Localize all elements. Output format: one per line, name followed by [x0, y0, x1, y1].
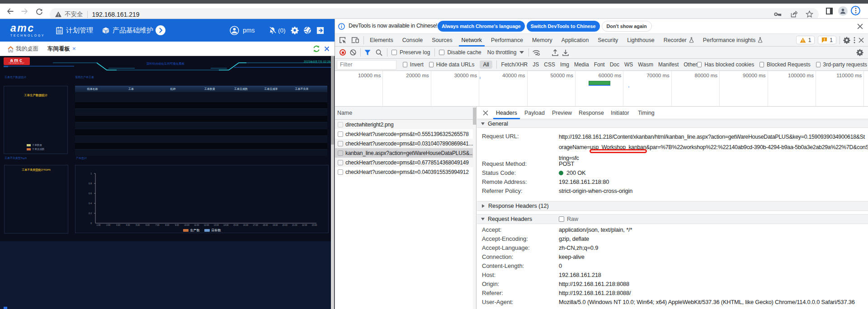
app-scrollbar[interactable] [331, 56, 334, 309]
home-icon[interactable] [7, 46, 14, 52]
tab-security[interactable]: Security [593, 34, 623, 47]
request-row[interactable]: directwhiteright2.png [335, 120, 473, 129]
filter-funnel-icon[interactable] [364, 50, 371, 56]
issues-badge[interactable]: 1 [818, 36, 836, 44]
request-checkbox[interactable] [338, 169, 343, 175]
tab-application[interactable]: Application [557, 34, 594, 47]
details-tab-response[interactable]: Response [574, 107, 609, 119]
filter-type-other[interactable]: Other [684, 61, 697, 68]
reload-icon[interactable] [36, 8, 43, 15]
menu-plan-management[interactable]: 计划管理 [56, 19, 93, 42]
request-list-scrollbar[interactable] [473, 107, 476, 309]
request-row[interactable]: checkHeart?usercode=pms&t=0.555139632526… [335, 129, 473, 139]
url-text[interactable]: 192.168.161.219 [92, 11, 140, 18]
search-icon[interactable] [376, 49, 382, 56]
third-party-checkbox[interactable] [816, 62, 821, 67]
request-checkbox[interactable] [338, 131, 343, 137]
app-logo[interactable]: amc TECHNOLOGY [10, 24, 45, 37]
devtools-close-icon[interactable] [859, 37, 864, 43]
tab-my-desktop[interactable]: 我的桌面 [16, 45, 38, 53]
details-tab-headers[interactable]: Headers [491, 107, 522, 119]
request-list-header[interactable]: Name [335, 107, 476, 120]
record-network-log-icon[interactable] [340, 49, 346, 56]
import-har-icon[interactable] [552, 49, 558, 56]
general-section-header[interactable]: General [477, 120, 868, 128]
request-row-selected[interactable]: kanban_line.aspx?action=getWareHouseData… [335, 148, 473, 158]
tab-sources[interactable]: Sources [427, 34, 457, 47]
user-menu[interactable]: pms [230, 19, 255, 42]
filter-type-fetch-xhr[interactable]: Fetch/XHR [501, 61, 528, 68]
settings-gear-icon[interactable] [291, 26, 299, 34]
network-settings-gear-icon[interactable] [856, 49, 863, 56]
tab-lighthouse[interactable]: Lighthouse [623, 34, 659, 47]
chrome-menu-button[interactable] [851, 6, 860, 15]
response-headers-section[interactable]: Response Headers (12) [477, 201, 868, 211]
filter-type-doc[interactable]: Doc [610, 61, 619, 68]
profile-avatar[interactable] [838, 6, 848, 16]
tab-recorder[interactable]: Recorder [659, 34, 698, 47]
network-overview-timeline[interactable]: 10000 ms20000 ms30000 ms40000 ms50000 ms… [335, 71, 868, 107]
clear-network-log-icon[interactable] [350, 49, 356, 56]
menu-product-maintenance[interactable]: 产品基础维护 [102, 19, 153, 42]
request-headers-section[interactable]: Request Headers Raw [477, 214, 868, 224]
request-checkbox[interactable] [338, 141, 343, 146]
filter-type-manifest[interactable]: Manifest [658, 61, 679, 68]
forward-icon[interactable] [21, 8, 28, 15]
request-checkbox[interactable] [338, 122, 343, 127]
has-blocked-cookies-label[interactable]: Has blocked cookies [704, 61, 754, 68]
filter-type-css[interactable]: CSS [544, 61, 555, 68]
logout-icon[interactable] [316, 27, 324, 34]
password-key-icon[interactable] [774, 10, 782, 19]
preserve-log-checkbox[interactable] [392, 50, 397, 55]
details-tab-timing[interactable]: Timing [633, 107, 659, 119]
details-tab-initiator[interactable]: Initiator [606, 107, 634, 119]
filter-input[interactable]: Filter [337, 60, 396, 70]
disable-cache-label[interactable]: Disable cache [447, 49, 481, 56]
inspect-element-icon[interactable] [339, 37, 346, 44]
device-toolbar-icon[interactable] [351, 37, 359, 43]
security-label[interactable]: 不安全 [65, 10, 83, 19]
filter-type-ws[interactable]: WS [624, 61, 633, 68]
blocked-requests-checkbox[interactable] [760, 62, 764, 67]
banner-close-icon[interactable] [857, 23, 863, 29]
tab-workshop-kanban[interactable]: 车间看板 [47, 45, 70, 53]
details-close-icon[interactable] [483, 110, 488, 116]
filter-type-all[interactable]: All [480, 61, 492, 69]
details-tab-payload[interactable]: Payload [520, 107, 549, 119]
hide-data-urls-label[interactable]: Hide data URLs [436, 61, 475, 68]
preserve-log-label[interactable]: Preserve log [400, 49, 430, 56]
export-har-icon[interactable] [562, 49, 569, 56]
request-row[interactable]: checkHeart?usercode=pms&t=0.677851436804… [335, 158, 473, 167]
tab-performance[interactable]: Performance [486, 34, 528, 47]
menu-expand-button[interactable] [156, 25, 165, 35]
raw-headers-checkbox[interactable] [559, 216, 564, 222]
notifications-button[interactable]: (0) [269, 19, 286, 42]
tab-network[interactable]: Network [457, 34, 486, 47]
invert-label[interactable]: Invert [410, 61, 424, 68]
devtools-settings-gear-icon[interactable] [843, 37, 850, 44]
tab-memory[interactable]: Memory [528, 34, 557, 47]
third-party-label[interactable]: 3rd-party requests [823, 61, 867, 68]
filter-type-img[interactable]: Img [560, 61, 569, 68]
filter-type-font[interactable]: Font [594, 61, 605, 68]
filter-type-js[interactable]: JS [533, 61, 539, 68]
dont-show-again-button[interactable]: Don't show again [602, 21, 652, 32]
pane-close-icon[interactable] [324, 46, 330, 52]
app-scrollbar-thumb[interactable] [331, 56, 334, 145]
has-blocked-cookies-checkbox[interactable] [697, 62, 702, 67]
globe-icon[interactable] [303, 26, 311, 34]
hide-data-urls-checkbox[interactable] [429, 62, 434, 67]
tab-console[interactable]: Console [398, 34, 427, 47]
warnings-badge[interactable]: 1 [796, 36, 815, 44]
details-tab-preview[interactable]: Preview [547, 107, 576, 119]
disable-cache-checkbox[interactable] [439, 50, 444, 55]
refresh-icon[interactable] [313, 45, 320, 52]
tab-close-icon[interactable]: × [72, 45, 76, 52]
request-row[interactable]: checkHeart?usercode=pms&t=0.031040789086… [335, 139, 473, 148]
request-checkbox[interactable] [338, 150, 343, 156]
request-checkbox[interactable] [338, 160, 343, 165]
throttling-select[interactable]: No throttling [487, 49, 517, 56]
tab-elements[interactable]: Elements [365, 34, 398, 47]
share-icon[interactable] [790, 10, 797, 18]
blocked-requests-label[interactable]: Blocked Requests [767, 61, 811, 68]
